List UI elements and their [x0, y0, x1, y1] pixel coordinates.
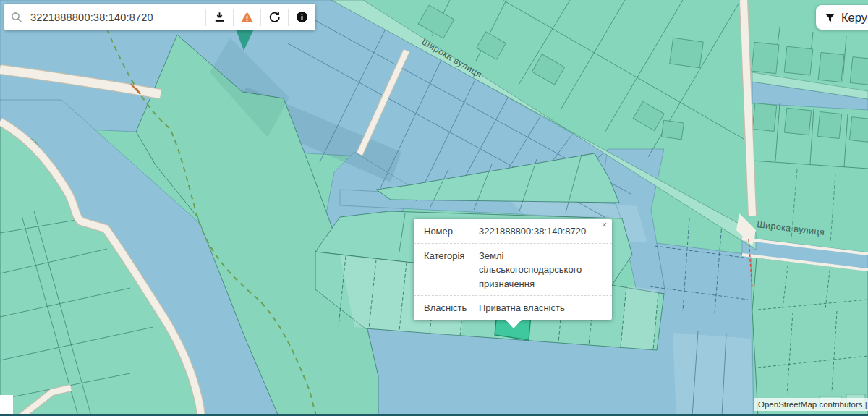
popup-label: Категорія	[424, 249, 479, 263]
popup-row-ownership: ВласністьПриватна власність	[414, 295, 612, 320]
right-bottom-parcels	[752, 258, 868, 416]
manage-button-label: Керув	[841, 11, 868, 25]
search-icon[interactable]	[4, 12, 29, 23]
search-input[interactable]	[29, 11, 205, 24]
parcel-info-popup: × Номер3221888800:38:140:8720 КатегоріяЗ…	[414, 219, 612, 320]
popup-value: Приватна власність	[479, 301, 603, 315]
popup-value: 3221888800:38:140:8720	[479, 224, 603, 239]
popup-row-number: Номер3221888800:38:140:8720	[414, 219, 612, 243]
refresh-icon[interactable]	[261, 4, 288, 30]
map-control-box[interactable]	[0, 395, 13, 416]
cadastral-map-app: Широка вулиця Широка вулиця	[0, 0, 868, 416]
popup-row-category: КатегоріяЗемлі сільськогосподарського пр…	[414, 243, 612, 296]
warning-icon[interactable]	[234, 4, 260, 30]
map-attribution: OpenStreetMap contributors |	[754, 398, 868, 411]
download-icon[interactable]	[206, 4, 233, 30]
close-icon[interactable]: ×	[602, 220, 607, 230]
search-bar	[4, 4, 315, 30]
popup-label: Номер	[424, 224, 479, 239]
info-icon[interactable]	[289, 4, 315, 30]
attribution-text[interactable]: OpenStreetMap contributors |	[758, 400, 867, 409]
popup-tail	[506, 320, 522, 328]
filter-icon	[825, 12, 835, 23]
map-canvas[interactable]: Широка вулиця Широка вулиця	[0, 0, 868, 416]
popup-label: Власність	[424, 301, 479, 315]
manage-button[interactable]: Керув	[816, 5, 868, 30]
popup-value: Землі сільськогосподарського призначення	[479, 249, 603, 292]
